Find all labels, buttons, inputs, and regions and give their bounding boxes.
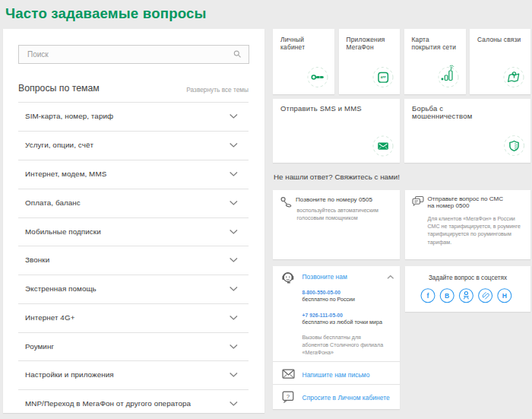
- svg-text:Н: Н: [502, 292, 507, 300]
- svg-text:В: В: [445, 292, 449, 300]
- svg-text:APP: APP: [381, 76, 387, 79]
- svg-text:?: ?: [287, 393, 290, 400]
- svg-text:f: f: [427, 292, 429, 300]
